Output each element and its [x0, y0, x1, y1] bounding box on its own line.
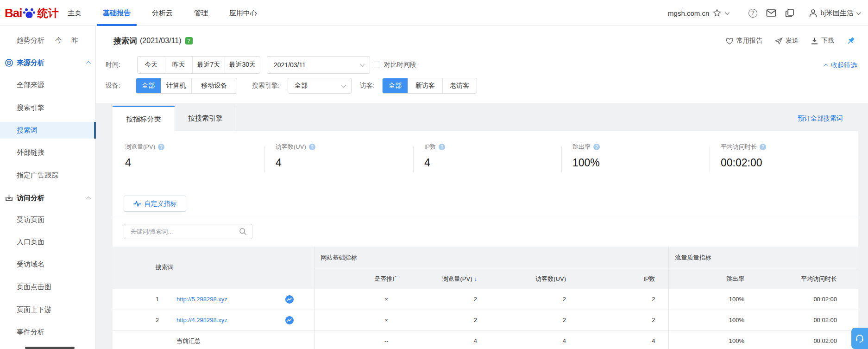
date-picker[interactable]: 2021/03/11: [267, 56, 370, 74]
source-collapse-chevron-icon[interactable]: [86, 61, 91, 65]
cell-duration: 00:02:00: [750, 310, 858, 330]
sidebar-section-source-analysis[interactable]: 来源分析: [0, 55, 96, 70]
nav-item-basic-report[interactable]: 基础报告: [103, 0, 131, 26]
cell-promo: ×: [314, 289, 435, 310]
sidebar-item-event-analysis[interactable]: 事件分析: [0, 324, 96, 340]
metric-uv: 访客数(UV)? 4: [276, 143, 415, 169]
trend-yesterday-link[interactable]: 昨: [71, 36, 78, 45]
search-icon[interactable]: [239, 228, 247, 235]
table-row: 1 http://5.298298.xyz × 2 2 2 100% 00:02…: [113, 289, 858, 310]
visit-collapse-chevron-icon[interactable]: [86, 196, 91, 201]
divider: [113, 218, 858, 218]
metric-pv: 浏览量(PV)? 4: [125, 143, 264, 169]
page-date: (2021/03/11): [140, 37, 182, 45]
user-menu[interactable]: bj米国生活: [809, 9, 860, 18]
metric-duration-help-icon[interactable]: ?: [760, 144, 766, 150]
title-row: 搜索词 (2021/03/11) ?: [113, 33, 193, 48]
time-option-yesterday[interactable]: 昨天: [165, 57, 193, 73]
time-option-last7days[interactable]: 最近7天: [193, 57, 225, 73]
visitor-filter-label: 访客:: [360, 82, 375, 90]
download-report-button[interactable]: 下载: [811, 37, 834, 45]
visitor-option-all[interactable]: 全部: [383, 78, 408, 93]
horizontal-scrollbar-thumb[interactable]: [25, 347, 75, 349]
cell-ip: 2: [573, 289, 668, 310]
site-name: mgsh.com.cn: [668, 9, 709, 17]
metric-duration: 平均访问时长? 00:02:00: [721, 143, 860, 169]
trend-today-link[interactable]: 今: [55, 36, 62, 45]
tab-by-engine-label: 按搜索引擎: [188, 114, 223, 123]
keyword-link[interactable]: http://5.298298.xyz: [176, 296, 227, 303]
metric-separator: [710, 146, 710, 172]
radar-icon: [5, 58, 13, 67]
tab-by-engine[interactable]: 按搜索引擎: [175, 106, 236, 131]
metric-ip-help-icon[interactable]: ?: [439, 144, 445, 150]
sidebar-item-page-flow[interactable]: 页面上下游: [0, 302, 96, 317]
nav-item-analytics-cloud[interactable]: 分析云: [152, 0, 173, 26]
sidebar-item-search-engine[interactable]: 搜索引擎: [0, 100, 96, 115]
engine-select[interactable]: 全部: [288, 78, 352, 94]
baidu-tongji-logo[interactable]: Bai 统计: [5, 0, 58, 26]
metric-bounce-help-icon[interactable]: ?: [593, 144, 600, 150]
favorite-report-button[interactable]: 常用报告: [725, 37, 762, 45]
compare-period-checkbox[interactable]: [374, 62, 380, 68]
column-header-pv-sortable[interactable]: 浏览量(PV)↓: [435, 269, 484, 289]
baidu-paw-icon: [22, 6, 36, 20]
title-actions: 常用报告 发送 下载: [725, 33, 855, 48]
cell-bounce: 100%: [668, 289, 750, 310]
copy-pages-icon[interactable]: [784, 7, 796, 19]
sidebar-item-search-terms[interactable]: 搜索词: [0, 122, 96, 139]
time-filter-label: 时间:: [106, 61, 120, 69]
time-option-today[interactable]: 今天: [138, 57, 165, 73]
metric-uv-help-icon[interactable]: ?: [309, 144, 315, 150]
send-report-button[interactable]: 发送: [774, 37, 799, 45]
sidebar-item-page-click-map[interactable]: 页面点击图: [0, 279, 96, 295]
pin-report-button[interactable]: [846, 36, 855, 45]
trend-label: 趋势分析: [17, 36, 44, 45]
date-picker-value: 2021/03/11: [274, 61, 306, 69]
mail-icon[interactable]: [765, 7, 777, 19]
device-option-mobile[interactable]: 移动设备: [192, 78, 237, 93]
cell-duration: 00:02:00: [750, 330, 858, 349]
trend-chart-icon[interactable]: [285, 316, 294, 324]
send-label: 发送: [786, 37, 799, 45]
metric-pv-help-icon[interactable]: ?: [158, 144, 164, 150]
star-icon[interactable]: [713, 9, 721, 17]
sidebar-section-visit-analysis[interactable]: 访问分析: [0, 190, 96, 206]
title-help-badge[interactable]: ?: [185, 37, 193, 44]
filter-row-time: 时间: 今天 昨天 最近7天 最近30天 2021/03/11 对比时间段: [96, 56, 868, 74]
collapse-filters-link[interactable]: 收起筛选: [825, 61, 857, 70]
tab-by-metric[interactable]: 按指标分类: [113, 106, 175, 131]
site-selector[interactable]: mgsh.com.cn: [668, 9, 728, 17]
sidebar-item-entry-pages[interactable]: 入口页面: [0, 234, 96, 250]
sidebar-item-ad-tracking[interactable]: 指定广告跟踪: [0, 167, 96, 183]
visitor-option-new[interactable]: 新访客: [408, 78, 442, 93]
metric-duration-value: 00:02:00: [721, 157, 860, 169]
sidebar-item-visited-domains[interactable]: 受访域名: [0, 256, 96, 272]
metric-bounce-value: 100%: [572, 157, 711, 169]
trend-chart-icon[interactable]: [285, 295, 294, 304]
feedback-float-button[interactable]: [851, 328, 868, 349]
custom-metric-button[interactable]: 自定义指标: [124, 196, 186, 212]
metric-pv-label: 浏览量(PV): [125, 143, 155, 151]
nav-item-home[interactable]: 主页: [68, 0, 82, 26]
cell-uv: 4: [484, 330, 573, 349]
metric-separator: [561, 146, 562, 172]
sidebar-item-trend[interactable]: 趋势分析 今 昨: [0, 32, 96, 48]
cell-pv: 4: [435, 330, 484, 349]
sidebar-item-all-sources[interactable]: 全部来源: [0, 77, 96, 93]
device-option-pc[interactable]: 计算机: [161, 78, 192, 93]
time-option-last30days[interactable]: 最近30天: [225, 57, 260, 73]
nav-item-app-center[interactable]: 应用中心: [229, 0, 257, 26]
keyword-link[interactable]: http://4.298298.xyz: [176, 317, 227, 324]
sidebar-item-external-links[interactable]: 外部链接: [0, 145, 96, 160]
visitor-option-returning[interactable]: 老访客: [443, 78, 477, 93]
keyword-search-input[interactable]: [130, 228, 239, 235]
nav-item-manage[interactable]: 管理: [194, 0, 208, 26]
help-icon[interactable]: ?: [747, 7, 759, 19]
device-option-all[interactable]: 全部: [136, 78, 161, 93]
subscribe-all-keywords-link[interactable]: 预订全部搜索词: [798, 114, 843, 123]
cell-pv: 2: [435, 310, 484, 330]
group-header-traffic-quality: 流量质量指标: [668, 247, 858, 269]
sidebar-item-visited-pages[interactable]: 受访页面: [0, 212, 96, 228]
column-header-promo: 是否推广: [314, 269, 435, 289]
